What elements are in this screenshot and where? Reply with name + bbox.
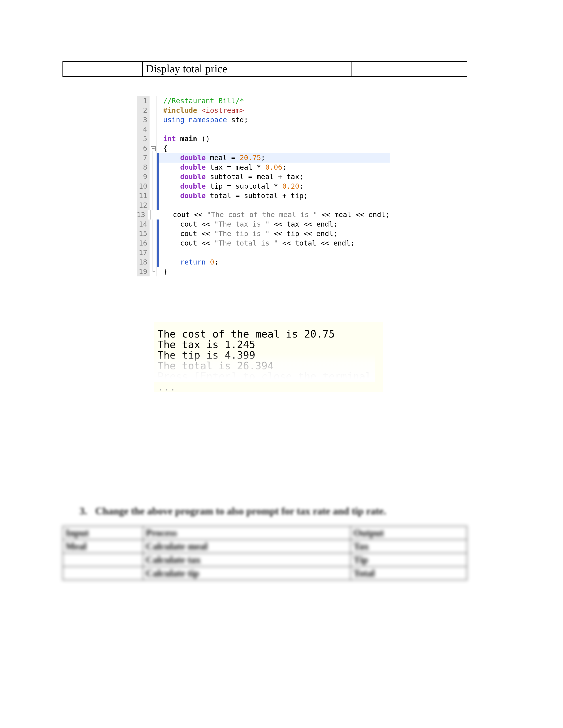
fold-gutter	[149, 172, 157, 182]
line-number: 7	[137, 153, 149, 163]
line-number: 13	[137, 210, 147, 220]
change-marker	[157, 267, 159, 276]
code-row: 14 cout << "The tax is " << tax << endl;	[137, 220, 390, 229]
change-marker	[157, 134, 159, 144]
question-line: 3. Change the above program to also prom…	[79, 505, 386, 517]
code-line: //Restaurant Bill/*	[159, 96, 390, 106]
change-marker	[157, 191, 159, 201]
table-cell	[63, 553, 143, 567]
change-marker	[157, 238, 159, 248]
fold-gutter	[149, 257, 157, 267]
change-marker	[157, 229, 159, 238]
change-marker	[157, 172, 159, 182]
fold-gutter	[149, 144, 157, 153]
code-line: int main ()	[159, 134, 390, 144]
line-number: 17	[137, 248, 149, 257]
top-table-cell	[351, 62, 467, 77]
fold-gutter	[147, 210, 151, 220]
fold-gutter	[149, 96, 157, 106]
code-line: double subtotal = meal + tax;	[159, 172, 390, 182]
table-cell: Total	[351, 567, 467, 580]
code-line: return 0;	[159, 257, 390, 267]
fold-gutter	[149, 201, 157, 210]
code-row: 9 double subtotal = meal + tax;	[137, 172, 390, 182]
fold-gutter	[149, 267, 157, 276]
top-table-cell	[63, 62, 142, 77]
code-row: 12	[137, 201, 390, 210]
code-line: cout << "The tax is " << tax << endl;	[159, 220, 390, 229]
fold-gutter	[149, 238, 157, 248]
line-number: 12	[137, 201, 149, 210]
fold-gutter	[149, 153, 157, 163]
console-output: The cost of the meal is 20.75 The tax is…	[154, 322, 383, 392]
console-line: The cost of the meal is 20.75	[157, 329, 378, 339]
change-marker	[157, 257, 159, 267]
code-line	[159, 201, 390, 210]
code-row: 17	[137, 248, 390, 257]
fold-gutter	[149, 220, 157, 229]
change-marker	[157, 182, 159, 191]
code-row: 16 cout << "The total is " << total << e…	[137, 238, 390, 248]
change-marker	[157, 115, 159, 125]
code-line: double tip = subtotal * 0.20;	[159, 182, 390, 191]
table-cell: Calculate meal	[143, 540, 351, 553]
code-line: cout << "The total is " << total << endl…	[159, 238, 390, 248]
code-line: double tax = meal * 0.06;	[159, 163, 390, 172]
line-number: 18	[137, 257, 149, 267]
table-cell: Input	[63, 526, 143, 540]
code-row: 18 return 0;	[137, 257, 390, 267]
console-line: The total is 26.394	[157, 360, 378, 371]
code-row: 10 double tip = subtotal * 0.20;	[137, 182, 390, 191]
fold-gutter	[149, 182, 157, 191]
line-number: 2	[137, 106, 149, 115]
fold-gutter	[149, 229, 157, 238]
change-marker	[157, 153, 159, 163]
code-row: 5int main ()	[137, 134, 390, 144]
change-marker	[157, 248, 159, 257]
top-table: Display total price	[62, 61, 467, 77]
table-cell: Process	[143, 526, 351, 540]
line-number: 8	[137, 163, 149, 172]
top-table-cell: Display total price	[142, 62, 351, 77]
fold-gutter	[149, 106, 157, 115]
code-line: using namespace std;	[159, 115, 390, 125]
fold-gutter	[149, 191, 157, 201]
line-number: 16	[137, 238, 149, 248]
code-line: double total = subtotal + tip;	[159, 191, 390, 201]
line-number: 9	[137, 172, 149, 182]
code-row: 8 double tax = meal * 0.06;	[137, 163, 390, 172]
question-text: Change the above program to also prompt …	[95, 505, 386, 517]
change-marker	[157, 201, 159, 210]
line-number: 15	[137, 229, 149, 238]
code-row: 2#include <iostream>	[137, 106, 390, 115]
line-number: 14	[137, 220, 149, 229]
line-number: 19	[137, 267, 149, 276]
code-line: #include <iostream>	[159, 106, 390, 115]
fold-gutter	[149, 163, 157, 172]
change-marker	[157, 96, 159, 106]
table-cell: Calculate tax	[143, 553, 351, 567]
fold-gutter	[149, 125, 157, 134]
code-line: double meal = 20.75;	[159, 153, 390, 163]
console-line: The tip is 4.399	[157, 350, 378, 360]
bottom-table: InputProcessOutputMealCalculate mealTaxC…	[62, 526, 467, 580]
code-line: cout << "The cost of the meal is " << me…	[151, 210, 390, 220]
console-line: The tax is 1.245	[157, 339, 378, 350]
table-cell: Meal	[63, 540, 143, 553]
line-number: 3	[137, 115, 149, 125]
code-line	[159, 125, 390, 134]
line-number: 6	[137, 144, 149, 153]
table-row: Calculate tipTotal	[63, 567, 467, 580]
code-line	[159, 248, 390, 257]
code-row: 6{	[137, 144, 390, 153]
console-line-dim: Press [Enter] to close the terminal ...	[157, 371, 378, 392]
table-row: MealCalculate mealTax	[63, 540, 467, 553]
line-number: 11	[137, 191, 149, 201]
code-row: 7 double meal = 20.75;	[137, 153, 390, 163]
change-marker	[157, 144, 159, 153]
fold-toggle-icon[interactable]	[151, 146, 156, 151]
line-number: 10	[137, 182, 149, 191]
change-marker	[157, 220, 159, 229]
change-marker	[157, 125, 159, 134]
table-cell: Calculate tip	[143, 567, 351, 580]
